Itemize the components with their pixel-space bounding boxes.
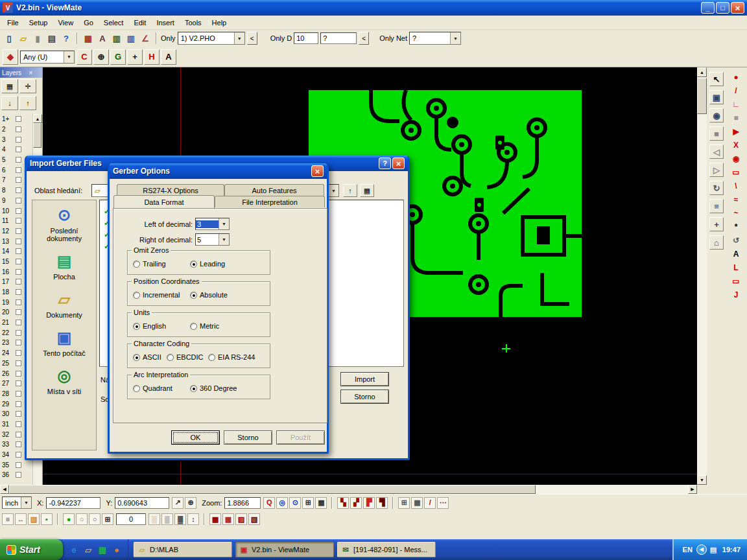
- scroll-left-icon[interactable]: ◀: [0, 485, 9, 494]
- keyboard-icon[interactable]: ▤: [708, 544, 718, 555]
- view-menu-button[interactable]: ▦: [360, 184, 374, 197]
- menu-edit[interactable]: Edit: [128, 17, 151, 29]
- layer-visibility-checkbox[interactable]: [16, 187, 21, 193]
- hide-icon[interactable]: ◀: [696, 544, 707, 555]
- padview-3-icon[interactable]: ▨: [235, 513, 247, 525]
- radio-english[interactable]: English: [133, 322, 190, 330]
- fill-icon[interactable]: ■: [709, 126, 724, 141]
- bowtie-icon[interactable]: X: [729, 139, 743, 150]
- ie-icon[interactable]: e: [68, 544, 80, 555]
- radio-button[interactable]: [190, 261, 197, 268]
- x-coordinate-field[interactable]: -0.942237: [46, 497, 101, 509]
- ok-button[interactable]: OK: [171, 430, 220, 445]
- desktop-icon[interactable]: ▤: [53, 251, 75, 271]
- place-posledn-dokumenty[interactable]: ⊙Poslední dokumenty: [34, 205, 94, 242]
- layer-visibility-checkbox[interactable]: [16, 259, 21, 264]
- flash-icon[interactable]: ◆: [3, 49, 18, 65]
- zoom-window-icon[interactable]: ◎: [276, 497, 288, 509]
- hook-j-icon[interactable]: J: [729, 289, 743, 300]
- columns-icon[interactable]: ▥: [124, 32, 137, 45]
- layer-visibility-checkbox[interactable]: [16, 380, 21, 386]
- layer-visibility-checkbox[interactable]: [16, 157, 21, 163]
- net-query-combo[interactable]: ?: [409, 32, 461, 45]
- left-of-decimal-combo[interactable]: 3: [195, 218, 230, 230]
- layer-select-combo[interactable]: 1) V2.PHO: [178, 32, 245, 45]
- layer-visibility-checkbox[interactable]: [16, 228, 21, 234]
- layer-visibility-checkbox[interactable]: [16, 432, 21, 438]
- dotgrid-b-icon[interactable]: ▒: [161, 513, 173, 525]
- canvas-hscrollbar[interactable]: ◀ ▶: [0, 485, 697, 494]
- radio-quadrant[interactable]: Quadrant: [133, 384, 190, 392]
- layer-visibility-checkbox[interactable]: [16, 401, 21, 407]
- plane-icon[interactable]: ■: [729, 112, 743, 123]
- place-m-sta-v-s-ti[interactable]: ◎Místa v síti: [34, 366, 94, 395]
- grid-d-icon[interactable]: ▦: [411, 497, 423, 509]
- radio-360-degree[interactable]: 360 Degree: [190, 384, 237, 392]
- order-icon[interactable]: ≡: [709, 199, 724, 213]
- dcode-grid-icon[interactable]: ▥: [110, 32, 123, 45]
- import-button[interactable]: Import: [340, 372, 389, 386]
- layer-visibility-checkbox[interactable]: [16, 462, 21, 468]
- pad-quad-4-icon[interactable]: ▜: [376, 497, 388, 509]
- stack-icon[interactable]: ▣: [709, 90, 724, 104]
- close-icon[interactable]: ×: [731, 2, 744, 14]
- updown-icon[interactable]: ↕: [187, 513, 199, 525]
- radio-metric[interactable]: Metric: [190, 322, 219, 330]
- menu-setup[interactable]: Setup: [24, 17, 53, 29]
- layer-visibility-checkbox[interactable]: [16, 330, 21, 336]
- tab-auto-features[interactable]: Auto Features: [224, 184, 324, 196]
- lamp-icon[interactable]: ○: [76, 513, 88, 525]
- task-button[interactable]: ▣V2.bin - ViewMate: [235, 542, 334, 557]
- scroll-up-icon[interactable]: ▲: [697, 67, 707, 77]
- layer-down-button[interactable]: ↓: [1, 96, 18, 110]
- counter-field[interactable]: 0: [116, 513, 146, 525]
- tab-data-format[interactable]: Data Format: [113, 195, 215, 208]
- zoom-query-icon[interactable]: Q: [263, 497, 275, 509]
- radio-button[interactable]: [133, 292, 140, 299]
- layer-visibility-checkbox[interactable]: [16, 391, 21, 397]
- radio-trailing[interactable]: Trailing: [133, 260, 190, 268]
- mirror-h-icon[interactable]: ◁: [709, 145, 724, 159]
- layer-visibility-checkbox[interactable]: [16, 167, 21, 173]
- chevron-down-icon[interactable]: [234, 32, 244, 44]
- units-combo[interactable]: inch: [2, 496, 32, 509]
- radio-button[interactable]: [133, 323, 140, 330]
- dotline-icon[interactable]: ⋯: [437, 497, 449, 509]
- steps-icon[interactable]: ≈: [729, 194, 743, 205]
- text-a-icon[interactable]: A: [729, 248, 743, 259]
- close-panel-icon[interactable]: ×: [21, 69, 40, 76]
- rotate-icon[interactable]: ↻: [709, 181, 724, 195]
- menu-tools[interactable]: Tools: [180, 17, 207, 29]
- layer-visibility-checkbox[interactable]: [16, 269, 21, 275]
- layer-visibility-checkbox[interactable]: [16, 309, 21, 315]
- save-icon[interactable]: ▮: [31, 32, 44, 45]
- right-of-decimal-combo[interactable]: 5: [195, 233, 230, 246]
- radio-absolute[interactable]: Absolute: [190, 291, 228, 299]
- pad-quad-3-icon[interactable]: ▛: [363, 497, 375, 509]
- dcode-query-field[interactable]: ?: [320, 32, 357, 44]
- crosshair-icon[interactable]: +: [127, 49, 143, 65]
- start-button[interactable]: Start: [0, 539, 63, 560]
- layer-grid-button[interactable]: ▦: [1, 79, 18, 93]
- origin-icon[interactable]: ⊕: [185, 497, 196, 509]
- scroll-thumb[interactable]: [33, 123, 42, 148]
- menu-file[interactable]: File: [2, 17, 24, 29]
- padview-1-icon[interactable]: ▩: [209, 513, 221, 525]
- dotgrid-a-icon[interactable]: ░: [148, 513, 160, 525]
- dotgrid-c-icon[interactable]: ▓: [174, 513, 186, 525]
- chevron-down-icon[interactable]: [64, 51, 74, 63]
- close-icon[interactable]: ×: [311, 165, 324, 177]
- layer-visibility-checkbox[interactable]: [16, 411, 21, 417]
- scurve-icon[interactable]: ~: [729, 207, 743, 218]
- desktop-qicon[interactable]: ▦: [97, 544, 108, 555]
- layer-row-3[interactable]: 3: [0, 134, 32, 145]
- chevron-down-icon[interactable]: [328, 185, 338, 196]
- layer-visibility-checkbox[interactable]: [16, 350, 21, 356]
- frame-icon[interactable]: ▭: [729, 275, 743, 286]
- green-dot-icon[interactable]: ●: [63, 513, 75, 525]
- layer-visibility-checkbox[interactable]: [16, 279, 21, 285]
- cancel-button[interactable]: Storno: [224, 430, 272, 445]
- clock[interactable]: 19:47: [722, 546, 741, 554]
- layer-visibility-checkbox[interactable]: [16, 198, 21, 204]
- layer-visibility-checkbox[interactable]: [16, 452, 21, 458]
